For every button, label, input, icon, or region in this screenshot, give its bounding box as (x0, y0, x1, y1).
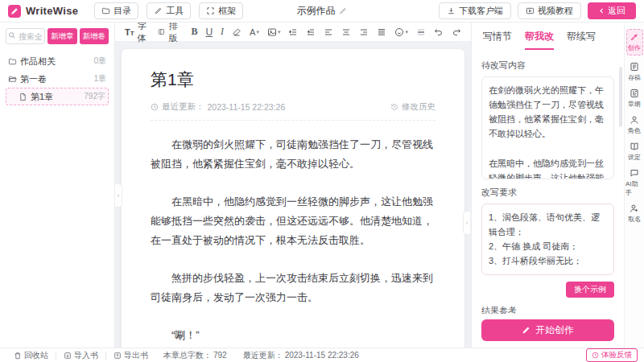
rail-item-create[interactable]: 创作 (626, 29, 643, 56)
top-menu: 目录 工具 框架 (94, 2, 243, 19)
tree-item-chapter1[interactable]: 第1章 792字 (6, 88, 109, 105)
redo-button[interactable] (452, 27, 461, 37)
caret-down-icon: ▾ (405, 29, 408, 35)
recycle-bin-button[interactable]: 回收站 (6, 350, 56, 361)
rail-item-label: 角色 (628, 126, 641, 135)
back-button[interactable]: 返回 (588, 2, 636, 19)
new-volume-button[interactable]: 新增卷 (80, 28, 109, 44)
rail-item-label: 创作 (628, 43, 641, 52)
search-box (6, 28, 45, 44)
catalog-label: 目录 (114, 5, 131, 17)
layout-menu-button[interactable]: 排版 (158, 20, 183, 44)
indent-increase-icon (288, 27, 298, 37)
divider-button[interactable] (416, 27, 426, 37)
tree-item-label: 第1章 (31, 91, 53, 103)
underline-button[interactable]: U (205, 27, 213, 38)
tree-item-count: 792字 (84, 91, 105, 102)
bold-button[interactable]: B (191, 26, 197, 38)
emoji-button[interactable]: ▾ (394, 27, 408, 37)
indent-increase-button[interactable] (288, 27, 298, 37)
start-writing-button[interactable]: 开始创作 (481, 319, 614, 341)
tools-button[interactable]: 工具 (147, 2, 191, 19)
edit-title-icon[interactable] (339, 6, 348, 15)
pen-icon (630, 32, 639, 42)
chapter-paragraph[interactable]: “唰！” (151, 326, 436, 345)
export-book-button[interactable]: 导出书 (106, 350, 155, 361)
font-menu-button[interactable]: TT 字体 (125, 20, 150, 44)
collapse-panel-handle[interactable]: › (463, 211, 470, 235)
ai-panel-tabs: 写情节 帮我改 帮续写 (472, 23, 624, 50)
align-justify-button[interactable] (377, 27, 386, 37)
word-count-label: 本章总字数： (163, 350, 212, 361)
image-icon (267, 27, 277, 37)
horizontal-rule-icon (416, 27, 426, 37)
download-icon (447, 6, 456, 15)
chapter-tree: 作品相关 0章 第一卷 1章 第1章 792字 (6, 52, 109, 105)
rewrite-requirements-label: 改写要求 (481, 187, 614, 199)
align-left-button[interactable] (324, 27, 333, 37)
source-content-textarea[interactable]: 在剑的微弱火光的照耀下，午德勉强挡住了一刀，尽管视线被阻挡，他紧紧握住宝剑，毫不… (481, 76, 614, 179)
align-center-button[interactable] (341, 27, 351, 37)
brand-name: WriteWise (26, 5, 78, 17)
layout-icon (158, 27, 165, 36)
download-client-button[interactable]: 下载客户端 (439, 2, 511, 19)
revision-history-button[interactable]: 修改历史 (390, 101, 436, 113)
catalog-button[interactable]: 目录 (94, 2, 138, 19)
rail-item-settings[interactable]: 设定 (625, 142, 643, 162)
folder-open-icon (8, 75, 17, 84)
chapter-paragraph[interactable]: 在微弱的剑火照耀下，司徒南勉强挡住了一刀，尽管视线被阻挡，他紧紧握住宝剑，毫不敢… (151, 135, 436, 174)
editor-page[interactable]: 第1章 最近更新：2023-11-15 22:23:26 修改历史 在微弱的剑火… (122, 49, 464, 348)
open-book-icon (630, 142, 639, 151)
rail-item-drafts[interactable]: 存稿 (625, 62, 643, 82)
rail-item-naming[interactable]: 取名 (625, 204, 643, 224)
chapter-paragraph[interactable]: 煞拼的步伐轻盈，上一次攻击结束后立刻切换，迅速来到司徒南身后，发动了一次强力一击… (151, 269, 436, 307)
ai-panel: 写情节 帮我改 帮续写 待改写内容 在剑的微弱火光的照耀下，午德勉强挡住了一刀，… (471, 23, 624, 348)
tab-write-plot[interactable]: 写情节 (483, 30, 512, 50)
word-count-stat: 本章总字数：792 (155, 350, 235, 361)
rewrite-requirements-textarea[interactable]: 1、润色段落、语句优美、逻辑合理； 2、午德 换成 司徒南； 3、打斗桥段华丽无… (481, 204, 614, 275)
font-color-button[interactable]: A▾ (250, 27, 259, 37)
rail-item-label: 设定 (628, 153, 641, 162)
top-actions: 下载客户端 视频教程 返回 (439, 2, 636, 19)
panel-scrollbar[interactable] (619, 67, 622, 127)
tab-help-revise[interactable]: 帮我改 (525, 30, 554, 50)
indent-decrease-button[interactable] (306, 27, 316, 37)
indent-decrease-icon (306, 27, 316, 37)
file-icon (19, 93, 27, 101)
chapter-paragraph[interactable]: 在黑暗中，他隐约感觉到一丝轻微的脚步声，这让他勉强能够抵挡一些突然的袭击，但这还… (151, 192, 436, 250)
undo-button[interactable] (434, 27, 444, 37)
tree-item-volume1[interactable]: 第一卷 1章 (6, 70, 109, 88)
collapse-sidebar-handle[interactable]: ‹ (115, 183, 122, 208)
import-book-button[interactable]: 导入书 (56, 350, 105, 361)
font-color-a-icon: A (250, 27, 255, 37)
rail-item-characters[interactable]: 角色 (625, 115, 643, 135)
rail-item-ai-assistant[interactable]: AI助手 (625, 168, 643, 197)
rail-item-label: 取名 (628, 215, 641, 224)
video-tutorial-button[interactable]: 视频教程 (518, 2, 581, 19)
folder-icon (101, 6, 110, 15)
last-updated-value: 2023-11-15 22:23:26 (285, 351, 359, 360)
feedback-button[interactable]: 体验反馈 (586, 348, 638, 362)
logo-pen-icon (10, 7, 19, 15)
framework-button[interactable]: 框架 (199, 2, 243, 19)
undo-icon (434, 27, 444, 37)
download-client-label: 下载客户端 (459, 5, 503, 17)
tab-help-continue[interactable]: 帮续写 (567, 30, 596, 50)
document-title: 示例作品 (297, 4, 348, 18)
rail-item-label: 章纲 (628, 100, 641, 109)
framework-label: 框架 (218, 5, 236, 17)
rail-item-chapter-outline[interactable]: 章纲 (625, 88, 643, 109)
clear-format-button[interactable] (232, 27, 242, 37)
insert-image-button[interactable]: ▾ (267, 27, 281, 37)
switch-example-button[interactable]: 换个示例 (566, 282, 614, 298)
align-right-button[interactable] (359, 27, 369, 37)
new-chapter-button[interactable]: 新增章 (47, 28, 77, 44)
result-reference-label: 结果参考 (481, 305, 614, 314)
chapter-meta-row: 最近更新：2023-11-15 22:23:26 修改历史 (151, 101, 436, 121)
chat-bubble-icon (630, 168, 639, 178)
tree-item-label: 第一卷 (20, 73, 47, 85)
app-logo (8, 5, 21, 18)
editor-page-background: 第1章 最近更新：2023-11-15 22:23:26 修改历史 在微弱的剑火… (115, 42, 471, 348)
italic-button[interactable]: I (221, 26, 224, 38)
tree-item-related[interactable]: 作品相关 0章 (6, 52, 109, 70)
